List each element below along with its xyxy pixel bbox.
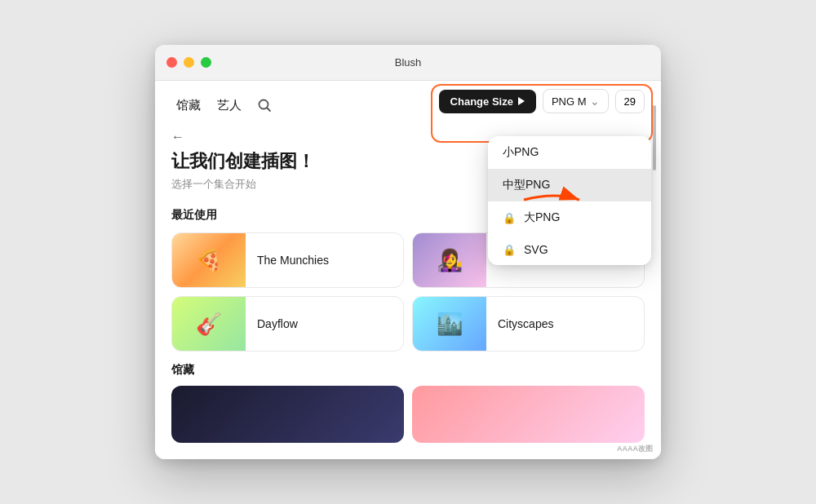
dropdown-item-medium-png[interactable]: 中型PNG	[488, 169, 651, 201]
svg-line-1	[268, 108, 271, 112]
thumb-allura: 👩‍🎤	[413, 232, 486, 288]
dropdown-item-svg[interactable]: 🔒 SVG	[488, 234, 651, 265]
search-icon[interactable]	[253, 94, 276, 117]
format-dropdown: 小PNG 中型PNG 🔒 大PNG 🔒 SVG	[488, 136, 651, 265]
lock-icon-large: 🔒	[503, 212, 516, 224]
change-size-label: Change Size	[450, 95, 513, 108]
titlebar: Blush	[155, 45, 661, 81]
gallery-card-1[interactable]	[171, 386, 404, 443]
svg-point-0	[259, 100, 268, 109]
card-name-dayflow: Dayflow	[246, 317, 309, 330]
collection-card-cityscapes[interactable]: 🏙️ Cityscapes	[412, 296, 645, 351]
gallery-card-2[interactable]	[412, 386, 645, 443]
thumb-dayflow: 🎸	[172, 296, 246, 351]
back-button[interactable]: ←	[171, 130, 184, 144]
collection-card-dayflow[interactable]: 🎸 Dayflow	[171, 296, 404, 351]
small-png-label: 小PNG	[503, 145, 539, 160]
large-png-label: 大PNG	[524, 210, 560, 225]
collection-card-munchies[interactable]: 🍕 The Munchies	[171, 232, 404, 288]
app-window: Blush 馆藏 艺人 Change Size	[155, 45, 661, 459]
format-label: PNG M	[552, 95, 587, 108]
format-select[interactable]: PNG M	[543, 89, 609, 113]
window-title: Blush	[395, 56, 422, 69]
change-size-button[interactable]: Change Size	[439, 90, 536, 113]
size-badge[interactable]: 29	[615, 90, 645, 113]
traffic-lights	[166, 57, 211, 68]
dropdown-item-small-png[interactable]: 小PNG	[488, 136, 651, 169]
maximize-button[interactable]	[201, 57, 211, 68]
lock-icon-svg: 🔒	[503, 244, 516, 256]
svg-label: SVG	[524, 243, 548, 256]
thumb-cityscapes: 🏙️	[413, 296, 486, 351]
gallery-section-label: 馆藏	[171, 363, 645, 378]
top-nav: 馆藏 艺人 Change Size PNG M 29	[171, 94, 645, 117]
dropdown-item-large-png[interactable]: 🔒 大PNG	[488, 201, 651, 234]
close-button[interactable]	[166, 57, 177, 68]
watermark: AAAA改图	[617, 444, 653, 454]
thumb-munchies: 🍕	[172, 232, 246, 288]
card-name-cityscapes: Cityscapes	[486, 317, 565, 330]
minimize-button[interactable]	[184, 57, 194, 68]
gallery-row	[171, 386, 645, 443]
scrollbar-track[interactable]	[653, 81, 656, 459]
artists-nav[interactable]: 艺人	[212, 95, 246, 117]
scrollbar-thumb[interactable]	[653, 105, 656, 170]
collections-nav[interactable]: 馆藏	[171, 95, 206, 117]
main-content: 馆藏 艺人 Change Size PNG M 29	[155, 81, 661, 459]
medium-png-label: 中型PNG	[503, 178, 550, 192]
card-name-munchies: The Munchies	[246, 254, 340, 267]
